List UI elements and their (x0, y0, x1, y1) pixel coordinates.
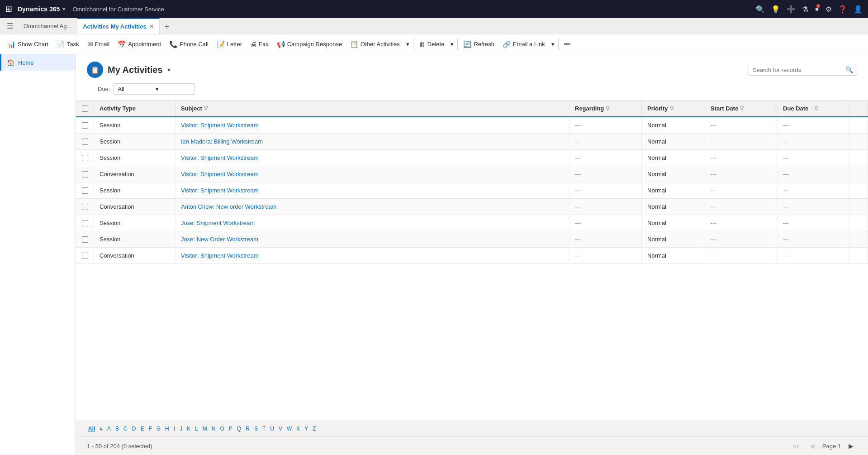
fax-button[interactable]: 🖨 Fax (247, 38, 272, 50)
show-chart-button[interactable]: 📊 Show Chart (4, 38, 52, 50)
row-checkbox[interactable] (82, 204, 88, 210)
alpha-nav-item[interactable]: X (295, 425, 301, 433)
row-checkbox[interactable] (82, 139, 88, 145)
settings-icon[interactable]: ⚙ (825, 5, 832, 14)
row-checkbox-cell[interactable] (76, 134, 94, 149)
lightbulb-icon[interactable]: 💡 (771, 5, 780, 14)
row-subject[interactable]: Anton Chew: New order Workstream (175, 199, 569, 215)
grid-header-start-date[interactable]: Start Date ▽ (705, 101, 778, 116)
email-link-button[interactable]: 🔗 Email a Link (499, 38, 549, 50)
subject-filter-icon[interactable]: ▽ (204, 105, 208, 111)
alpha-nav-item[interactable]: W (285, 425, 293, 433)
first-page-button[interactable]: ⏮ (790, 440, 802, 452)
tab-close-button[interactable]: ✕ (149, 24, 154, 30)
alpha-nav-item[interactable]: J (178, 425, 184, 433)
alpha-nav-item[interactable]: G (155, 425, 162, 433)
row-checkbox-cell[interactable] (76, 215, 94, 231)
sidebar-item-home[interactable]: 🏠 Home (0, 54, 76, 71)
due-date-filter-icon[interactable]: ▽ (814, 105, 818, 111)
regarding-filter-icon[interactable]: ▽ (606, 105, 609, 111)
row-subject[interactable]: Visitor: Shipment Workstream (175, 117, 569, 133)
row-checkbox-cell[interactable] (76, 248, 94, 263)
refresh-button[interactable]: 🔄 Refresh (460, 38, 498, 50)
alpha-nav-item[interactable]: M (201, 425, 209, 433)
alpha-nav-item[interactable]: E (139, 425, 145, 433)
row-checkbox-cell[interactable] (76, 182, 94, 198)
alpha-nav-item[interactable]: All (87, 425, 96, 433)
add-tab-button[interactable]: ＋ (160, 19, 174, 34)
appointment-button[interactable]: 📅 Appointment (114, 38, 165, 50)
brand-chevron[interactable]: ▾ (62, 6, 65, 12)
next-page-button[interactable]: ▶ (844, 440, 857, 452)
row-checkbox-cell[interactable] (76, 231, 94, 247)
alpha-nav-item[interactable]: I (172, 425, 176, 433)
tab-omnichannel[interactable]: Omnichannel Ag... (18, 18, 77, 34)
search-box[interactable]: 🔍 (749, 64, 857, 76)
add-icon[interactable]: ➕ (787, 5, 796, 14)
row-checkbox[interactable] (82, 171, 88, 177)
other-activities-button[interactable]: 📋 Other Activities (346, 38, 403, 50)
row-subject[interactable]: Visitor: Shipment Workstream (175, 150, 569, 166)
user-icon[interactable]: 👤 (854, 5, 863, 14)
row-subject[interactable]: Visitor: Shipment Workstream (175, 166, 569, 182)
row-checkbox-cell[interactable] (76, 150, 94, 166)
waffle-icon[interactable]: ⊞ (5, 4, 12, 14)
alpha-nav-item[interactable]: L (194, 425, 199, 433)
row-checkbox[interactable] (82, 236, 88, 243)
alpha-nav-item[interactable]: O (219, 425, 226, 433)
row-checkbox[interactable] (82, 220, 88, 226)
row-checkbox-cell[interactable] (76, 199, 94, 215)
alpha-nav-item[interactable]: T (261, 425, 267, 433)
alpha-nav-item[interactable]: H (164, 425, 171, 433)
row-checkbox[interactable] (82, 155, 88, 161)
alpha-nav-item[interactable]: # (98, 425, 104, 433)
alpha-nav-item[interactable]: R (244, 425, 251, 433)
row-subject[interactable]: Visitor: Shipment Workstream (175, 182, 569, 198)
alpha-nav-item[interactable]: Q (236, 425, 242, 433)
email-link-dropdown[interactable]: ▾ (550, 39, 556, 49)
alpha-nav-item[interactable]: C (122, 425, 129, 433)
search-submit-icon[interactable]: 🔍 (845, 66, 853, 73)
alpha-nav-item[interactable]: F (147, 425, 153, 433)
header-checkbox[interactable] (82, 105, 88, 112)
alpha-nav-item[interactable]: N (210, 425, 217, 433)
alpha-nav-item[interactable]: U (269, 425, 275, 433)
row-checkbox[interactable] (82, 253, 88, 259)
other-activities-dropdown[interactable]: ▾ (404, 39, 411, 49)
row-subject[interactable]: Jose: Shipment Workstream (175, 215, 569, 231)
alpha-nav-item[interactable]: Y (303, 425, 309, 433)
letter-button[interactable]: 📝 Letter (213, 38, 246, 50)
grid-header-due-date[interactable]: Due Date ↑ ▽ (778, 101, 850, 116)
start-date-filter-icon[interactable]: ▽ (740, 105, 744, 111)
grid-header-subject[interactable]: Subject ▽ (175, 101, 569, 116)
row-subject[interactable]: Jose: New Order Workstream (175, 231, 569, 247)
campaign-response-button[interactable]: 📢 Campaign Response (273, 38, 346, 50)
delete-button[interactable]: 🗑 Delete (415, 38, 448, 50)
alpha-nav-item[interactable]: A (106, 425, 112, 433)
row-subject[interactable]: Visitor: Shipment Workstream (175, 248, 569, 263)
help-icon[interactable]: ❓ (838, 5, 847, 14)
filter-icon[interactable]: ⚗ (802, 5, 808, 14)
email-button[interactable]: ✉ Email (84, 38, 114, 50)
row-checkbox-cell[interactable] (76, 166, 94, 182)
row-checkbox[interactable] (82, 122, 88, 129)
grid-header-activity-type[interactable]: Activity Type (94, 101, 175, 116)
filter-due-dropdown[interactable]: All ▾ (114, 83, 195, 95)
more-button[interactable]: ••• (560, 39, 574, 49)
grid-header-regarding[interactable]: Regarding ▽ (569, 101, 642, 116)
grid-header-priority[interactable]: Priority ▽ (642, 101, 705, 116)
alpha-nav-item[interactable]: B (114, 425, 120, 433)
phone-call-button[interactable]: 📞 Phone Call (166, 38, 212, 50)
hamburger-button[interactable]: ☰ (2, 18, 18, 34)
grid-header-check[interactable] (76, 101, 94, 116)
page-title-chevron[interactable]: ▾ (167, 66, 171, 73)
row-checkbox[interactable] (82, 187, 88, 194)
alpha-nav-item[interactable]: V (277, 425, 284, 433)
search-input[interactable] (753, 67, 843, 73)
alpha-nav-item[interactable]: S (253, 425, 259, 433)
row-checkbox-cell[interactable] (76, 117, 94, 133)
task-button[interactable]: 📄 Task (53, 38, 83, 50)
delete-dropdown[interactable]: ▾ (449, 39, 455, 49)
due-date-sort-icon[interactable]: ↑ (810, 106, 812, 111)
tab-activities[interactable]: Activities My Activities ✕ (77, 18, 159, 34)
